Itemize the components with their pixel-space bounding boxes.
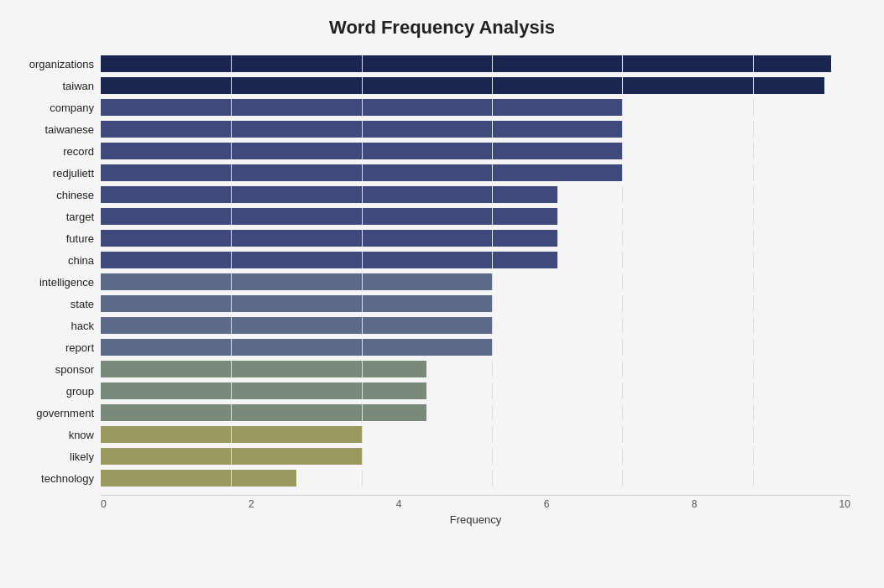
bar-fill bbox=[101, 77, 824, 94]
bar-track bbox=[101, 143, 850, 159]
bar-row: sponsor bbox=[101, 359, 850, 379]
gridline bbox=[622, 164, 623, 181]
bar-track bbox=[101, 295, 850, 312]
gridline bbox=[753, 252, 754, 268]
x-ticks: 0246810 bbox=[101, 495, 850, 510]
bar-fill bbox=[101, 55, 831, 72]
bar-label: report bbox=[8, 341, 101, 354]
bar-track bbox=[101, 470, 850, 487]
gridline bbox=[362, 143, 363, 159]
gridline bbox=[492, 164, 493, 181]
bar-label: future bbox=[8, 232, 101, 245]
bar-label: hack bbox=[8, 320, 101, 332]
bar-label: taiwanese bbox=[8, 123, 101, 136]
gridline bbox=[362, 404, 363, 421]
bar-track bbox=[101, 99, 850, 116]
gridline bbox=[492, 121, 493, 138]
gridline bbox=[753, 470, 754, 487]
x-axis: 0246810 bbox=[101, 495, 850, 510]
bar-row: report bbox=[101, 337, 850, 357]
gridline bbox=[362, 470, 363, 487]
bar-label: organizations bbox=[8, 58, 101, 70]
bar-row: know bbox=[101, 424, 850, 445]
bar-fill bbox=[101, 295, 492, 312]
gridline bbox=[492, 295, 493, 312]
bar-row: intelligence bbox=[101, 272, 850, 292]
gridline bbox=[362, 273, 363, 290]
bar-track bbox=[101, 426, 850, 443]
gridline bbox=[231, 404, 232, 421]
gridline bbox=[231, 55, 232, 72]
bar-track bbox=[101, 404, 850, 421]
gridline bbox=[753, 339, 754, 356]
gridline bbox=[492, 404, 493, 421]
bar-row: taiwan bbox=[101, 75, 850, 96]
gridline bbox=[753, 99, 754, 116]
gridline bbox=[492, 143, 493, 159]
bar-label: taiwan bbox=[8, 80, 101, 92]
gridline bbox=[492, 448, 493, 465]
bar-track bbox=[101, 317, 850, 334]
gridline bbox=[622, 121, 623, 138]
gridline bbox=[753, 361, 754, 377]
bar-label: company bbox=[8, 101, 101, 114]
gridline bbox=[622, 470, 623, 487]
gridline bbox=[231, 361, 232, 377]
gridline bbox=[753, 55, 754, 72]
gridline bbox=[362, 208, 363, 225]
bar-row: redjuliett bbox=[101, 163, 850, 183]
bar-label: know bbox=[8, 429, 101, 441]
bar-track bbox=[101, 382, 850, 399]
gridline bbox=[753, 164, 754, 181]
bar-track bbox=[101, 273, 850, 290]
gridline bbox=[492, 77, 493, 94]
bar-label: likely bbox=[8, 450, 101, 463]
x-tick: 8 bbox=[692, 498, 698, 510]
gridline bbox=[492, 208, 493, 225]
bar-track bbox=[101, 448, 850, 465]
gridline bbox=[753, 404, 754, 421]
gridline bbox=[622, 404, 623, 421]
gridline bbox=[492, 273, 493, 290]
gridline bbox=[622, 186, 623, 203]
gridline bbox=[492, 382, 493, 399]
bar-label: redjuliett bbox=[8, 167, 101, 180]
bar-fill bbox=[101, 317, 492, 334]
bar-row: company bbox=[101, 97, 850, 117]
gridline bbox=[362, 361, 363, 377]
bar-row: china bbox=[101, 250, 850, 270]
gridline bbox=[362, 230, 363, 247]
gridline bbox=[231, 317, 232, 334]
gridline bbox=[622, 448, 623, 465]
gridline bbox=[362, 339, 363, 356]
bar-label: target bbox=[8, 211, 101, 223]
gridline bbox=[231, 339, 232, 356]
bar-track bbox=[101, 361, 850, 377]
gridline bbox=[622, 230, 623, 247]
gridline bbox=[753, 382, 754, 399]
gridline bbox=[753, 143, 754, 159]
gridline bbox=[753, 273, 754, 290]
bar-row: technology bbox=[101, 468, 850, 488]
gridline bbox=[492, 252, 493, 268]
x-tick: 0 bbox=[101, 498, 107, 510]
bar-row: chinese bbox=[101, 185, 850, 205]
gridline bbox=[492, 186, 493, 203]
x-tick: 4 bbox=[396, 498, 402, 510]
x-tick: 6 bbox=[544, 498, 550, 510]
gridline bbox=[753, 317, 754, 334]
gridline bbox=[622, 208, 623, 225]
gridline bbox=[753, 230, 754, 247]
gridline bbox=[231, 143, 232, 159]
bar-fill bbox=[101, 470, 296, 487]
bar-row: government bbox=[101, 403, 850, 423]
bar-fill bbox=[101, 208, 557, 225]
gridline bbox=[492, 470, 493, 487]
gridline bbox=[753, 426, 754, 443]
bar-label: sponsor bbox=[8, 363, 101, 376]
bar-label: intelligence bbox=[8, 276, 101, 289]
gridline bbox=[362, 426, 363, 443]
chart-area: organizationstaiwancompanytaiwaneserecor… bbox=[101, 54, 850, 507]
gridline bbox=[362, 186, 363, 203]
gridline bbox=[231, 164, 232, 181]
